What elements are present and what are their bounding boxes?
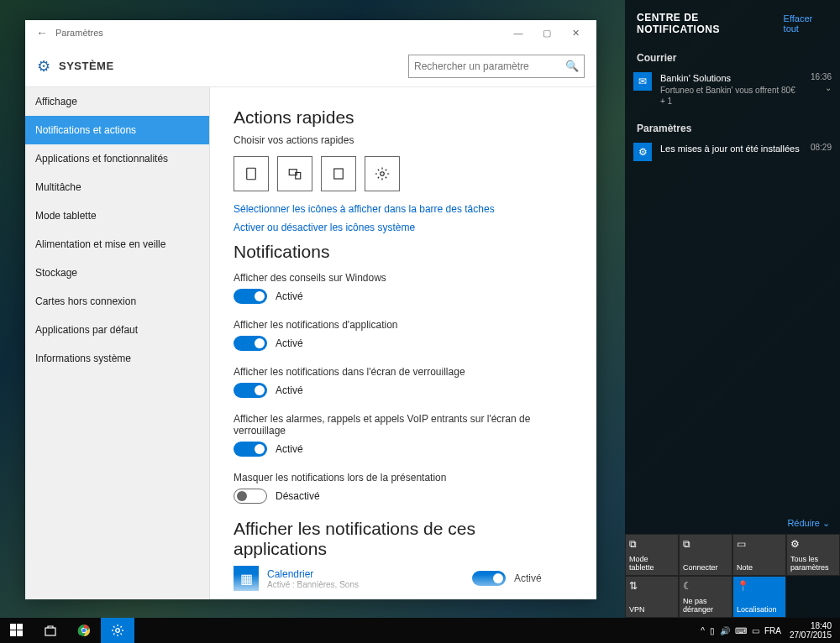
sidebar-item-affichage[interactable]: Affichage (25, 87, 209, 116)
header-title: SYSTÈME (59, 60, 114, 72)
app-notif-name[interactable]: Calendrier (267, 568, 464, 580)
toggle-switch[interactable] (472, 571, 506, 586)
quick-actions-sub: Choisir vos actions rapides (234, 134, 573, 146)
tile-connect[interactable]: ⧉Connecter (679, 534, 732, 576)
window-controls: — ▢ ✕ (504, 20, 590, 45)
chevron-down-icon[interactable]: ⌄ (825, 83, 832, 92)
settings-icon: ⚙ (633, 143, 652, 161)
toggle-switch[interactable] (234, 289, 267, 304)
settings-window: ← Paramètres — ▢ ✕ ⚙ SYSTÈME 🔍 Affichage… (25, 20, 596, 599)
close-button[interactable]: ✕ (561, 20, 590, 45)
search-box[interactable]: 🔍 (408, 55, 585, 78)
toggle-state: Désactivé (276, 490, 320, 502)
svg-rect-9 (17, 630, 23, 636)
svg-rect-6 (10, 624, 16, 630)
quick-actions-row (234, 156, 573, 191)
taskbar-left (0, 618, 134, 643)
notif-group-title: Paramètres (625, 114, 840, 139)
tray-up-icon[interactable]: ^ (701, 626, 705, 635)
sidebar-item-applications[interactable]: Applications et fonctionnalités (25, 144, 209, 173)
svg-point-14 (116, 629, 120, 633)
network-icon[interactable]: ▯ (710, 626, 715, 635)
sidebar-item-cartes[interactable]: Cartes hors connexion (25, 287, 209, 316)
calendar-icon: ▦ (234, 566, 259, 591)
tile-note[interactable]: ▭Note (732, 534, 786, 576)
reduce-button[interactable]: Réduire ⌄ (625, 513, 840, 534)
window-title: Paramètres (52, 28, 504, 38)
sidebar-item-infos[interactable]: Informations système (25, 344, 209, 373)
gear-icon: ⚙ (37, 57, 50, 76)
link-system-icons[interactable]: Activer ou désactiver les icônes système (234, 222, 573, 233)
toggle-switch[interactable] (234, 336, 267, 351)
svg-rect-0 (247, 168, 256, 180)
feedback-icon: ✉ (234, 598, 259, 599)
notification-subtitle: Fortuneo et Bankin' vous offrent 80€ + 1 (660, 85, 802, 107)
action-center-title: CENTRE DE NOTIFICATIONS (637, 12, 784, 35)
search-input[interactable] (414, 60, 565, 72)
toggle-label: Afficher les notifications dans l'écran … (234, 366, 573, 378)
sidebar-item-apps-defaut[interactable]: Applications par défaut (25, 316, 209, 344)
toggle-label: Masquer les notifications lors de la pré… (234, 472, 573, 484)
tile-all-settings[interactable]: ⚙Tous les paramètres (786, 534, 840, 576)
back-button[interactable]: ← (32, 26, 52, 39)
app-notif-sub: Activé : Bannières, Sons (267, 580, 464, 589)
notifications-title: Notifications (234, 242, 573, 262)
action-center: CENTRE DE NOTIFICATIONS Effacer tout Cou… (625, 0, 840, 618)
action-center-body: Courrier ✉ Bankin' Solutions Fortuneo et… (625, 44, 840, 513)
notif-group-title: Courrier (625, 44, 840, 69)
tile-vpn[interactable]: ⇅VPN (625, 576, 679, 618)
svg-rect-4 (334, 169, 344, 179)
keyboard-icon[interactable]: ⌨ (735, 626, 747, 635)
notification-time: 16:36 (811, 72, 832, 81)
toggle-item-appnotif: Afficher les notifications d'application… (234, 319, 573, 351)
clear-all-button[interactable]: Effacer tout (784, 13, 830, 34)
header-row: ⚙ SYSTÈME 🔍 (25, 45, 596, 87)
quick-action-settings[interactable] (365, 156, 400, 191)
start-button[interactable] (0, 618, 34, 643)
notification-title: Les mises à jour ont été installées (660, 143, 802, 155)
notification-item[interactable]: ⚙ Les mises à jour ont été installées 08… (625, 139, 840, 168)
tile-location[interactable]: 📍Localisation (732, 576, 786, 618)
link-taskbar-icons[interactable]: Sélectionner les icônes à afficher dans … (234, 203, 573, 215)
store-button[interactable] (34, 618, 67, 643)
maximize-button[interactable]: ▢ (533, 20, 561, 45)
toggle-switch[interactable] (234, 489, 267, 504)
toggle-switch[interactable] (234, 442, 267, 457)
toggle-switch[interactable] (234, 383, 267, 398)
svg-point-5 (381, 172, 385, 176)
quick-action-connect[interactable] (277, 156, 312, 191)
sidebar-item-stockage[interactable]: Stockage (25, 259, 209, 287)
tile-dnd[interactable]: ☾Ne pas déranger (679, 576, 732, 618)
svg-rect-7 (17, 624, 23, 630)
quick-tiles: ⧉Mode tablette ⧉Connecter ▭Note ⚙Tous le… (625, 534, 840, 618)
notification-item[interactable]: ✉ Bankin' Solutions Fortuneo et Bankin' … (625, 69, 840, 114)
minimize-button[interactable]: — (504, 20, 533, 45)
sidebar-item-notifications[interactable]: Notifications et actions (25, 116, 209, 144)
sidebar-item-multitache[interactable]: Multitâche (25, 173, 209, 201)
svg-rect-10 (45, 628, 55, 635)
app-notif-title: Afficher les notifications de ces applic… (234, 519, 573, 559)
quick-action-tablet[interactable] (234, 156, 269, 191)
clock-date: 27/07/2015 (790, 630, 832, 640)
content-pane[interactable]: Actions rapides Choisir vos actions rapi… (210, 87, 596, 599)
action-center-header: CENTRE DE NOTIFICATIONS Effacer tout (625, 0, 840, 44)
toggle-state: Activé (514, 572, 542, 584)
sidebar-item-alimentation[interactable]: Alimentation et mise en veille (25, 230, 209, 259)
toggle-item-lockscreen: Afficher les notifications dans l'écran … (234, 366, 573, 398)
input-icon[interactable]: ▭ (752, 626, 759, 635)
svg-rect-8 (10, 630, 16, 636)
svg-point-13 (82, 629, 87, 633)
taskbar-right: ^ ▯ 🔊 ⌨ ▭ FRA 18:40 27/07/2015 (701, 621, 840, 640)
language-indicator[interactable]: FRA (764, 626, 781, 635)
toggle-item-alarms: Afficher les alarmes, rappels et appels … (234, 413, 573, 457)
chrome-button[interactable] (67, 618, 101, 643)
toggle-item-tips: Afficher des conseils sur Windows Activé (234, 272, 573, 304)
clock[interactable]: 18:40 27/07/2015 (786, 621, 835, 640)
quick-action-note[interactable] (321, 156, 356, 191)
sidebar-item-tablette[interactable]: Mode tablette (25, 201, 209, 230)
volume-icon[interactable]: 🔊 (720, 626, 730, 635)
tile-tablet-mode[interactable]: ⧉Mode tablette (625, 534, 679, 576)
mail-icon: ✉ (633, 72, 652, 91)
notification-time: 08:29 (811, 143, 832, 152)
settings-taskbar-button[interactable] (101, 618, 134, 643)
